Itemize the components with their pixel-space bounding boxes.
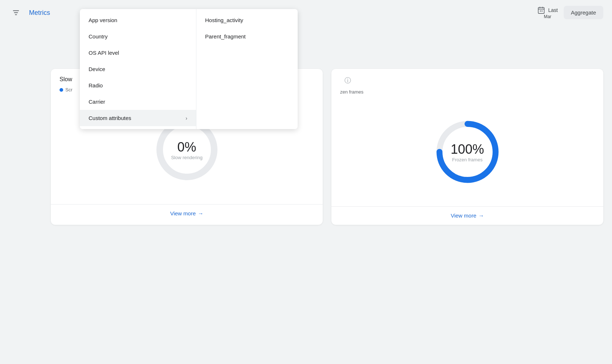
card-body-frozen: 100% Frozen frames	[331, 98, 603, 206]
filter-button[interactable]	[9, 5, 23, 20]
svg-rect-7	[540, 10, 541, 11]
chevron-right-icon: ›	[185, 115, 187, 121]
svg-rect-3	[538, 7, 544, 13]
calendar-icon	[537, 6, 545, 14]
menu-item-carrier[interactable]: Carrier	[80, 94, 196, 110]
aggregate-button[interactable]: Aggregate	[564, 6, 603, 19]
donut-center-slow: 0% Slow rendering	[171, 140, 203, 160]
menu-item-os-api-level[interactable]: OS API level	[80, 45, 196, 61]
mar-label: Mar	[544, 14, 551, 19]
card-footer-slow: View more →	[51, 204, 323, 223]
dropdown-right-panel: Hosting_activity Parent_fragment	[196, 9, 298, 129]
last-label: Last	[548, 7, 558, 13]
donut-frozen: 100% Frozen frames	[431, 116, 504, 188]
menu-item-hosting-activity[interactable]: Hosting_activity	[196, 12, 298, 28]
donut-center-frozen: 100% Frozen frames	[450, 142, 484, 162]
legend-dot-slow	[60, 88, 63, 92]
view-more-slow[interactable]: View more →	[170, 210, 204, 216]
menu-item-parent-fragment[interactable]: Parent_fragment	[196, 28, 298, 45]
frozen-frames-card: ⓘ zen frames 100% Frozen frames Vie	[331, 69, 603, 225]
menu-item-device[interactable]: Device	[80, 61, 196, 77]
dropdown-menu: App version Country OS API level Device …	[80, 9, 298, 129]
menu-item-app-version[interactable]: App version	[80, 12, 196, 28]
card-header-frozen: ⓘ	[331, 69, 603, 89]
date-range-area[interactable]: Last Mar	[537, 6, 558, 19]
metrics-label: Metrics	[29, 9, 50, 17]
card-footer-frozen: View more →	[331, 206, 603, 225]
top-right-area: Last Mar Aggregate	[537, 6, 603, 19]
arrow-right-icon: →	[198, 210, 203, 216]
menu-item-country[interactable]: Country	[80, 28, 196, 45]
arrow-right-icon-2: →	[478, 212, 484, 219]
view-more-frozen[interactable]: View more →	[451, 212, 484, 219]
dropdown-left-panel: App version Country OS API level Device …	[80, 9, 196, 129]
menu-item-custom-attributes[interactable]: Custom attributes ›	[80, 110, 196, 126]
svg-rect-8	[542, 10, 543, 11]
menu-item-radio[interactable]: Radio	[80, 77, 196, 94]
card-legend-frozen: zen frames	[331, 89, 603, 98]
info-icon: ⓘ	[344, 76, 351, 85]
